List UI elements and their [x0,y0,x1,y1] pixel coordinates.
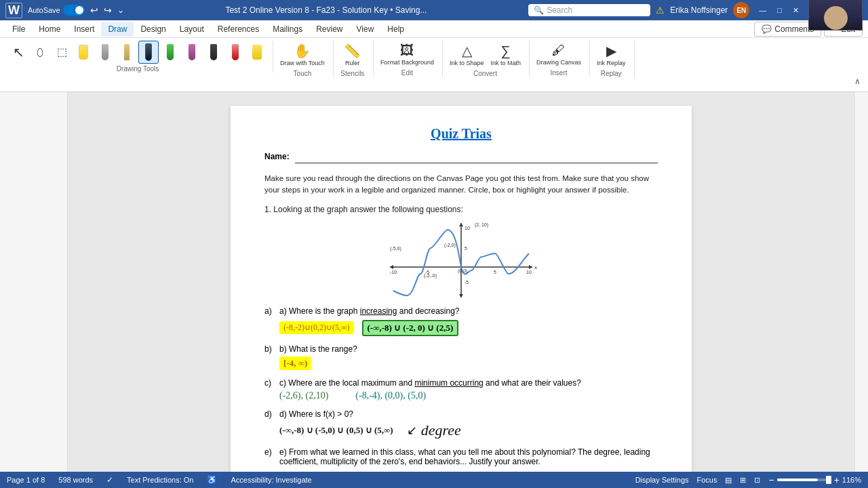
touch-icon: ✋ [294,43,311,59]
menu-review[interactable]: Review [309,22,349,37]
annotation-c1: (-2,6), (2,10) [279,390,328,401]
red-pen-button[interactable] [225,42,245,62]
draw-with-touch-button[interactable]: ✋ Draw with Touch [277,41,328,68]
menu-references[interactable]: References [211,22,266,37]
menu-mailings[interactable]: Mailings [266,22,309,37]
maximize-button[interactable]: □ [773,5,786,16]
svg-text:(-5,0): (-5,0) [390,246,401,251]
ink-to-math-button[interactable]: ∑ Ink to Math [488,41,524,68]
undo-icon[interactable]: ↩ [90,5,98,16]
view-icon-1[interactable]: ▤ [725,476,732,485]
view-icon-3[interactable]: ⊡ [754,476,760,485]
accessibility-status[interactable]: Accessibility: Investigate [231,476,311,484]
sub-e-text: e) From what we learned in this class, w… [279,447,650,466]
document-header: Quiz Trias [264,126,658,142]
zoom-level[interactable]: 116% [842,476,861,484]
annotation-d2: degree [421,422,461,439]
sub-a-text-start: a) Where is the graph [279,306,360,316]
green-pen-button[interactable] [160,42,180,62]
lasso-tool-button[interactable]: ⬯ [30,45,50,60]
titlebar-search-box[interactable]: 🔍 Search [528,4,650,16]
purple-pen-button[interactable] [182,42,202,62]
sub-a-annotations: (-8,-2)∪(0,2)∪(5,∞) (-∞,-8) ∪ (-2, 0) ∪ … [279,320,658,336]
minimize-button[interactable]: — [755,5,770,16]
zoom-out-button[interactable]: − [768,474,774,485]
black-pen-button[interactable] [138,41,159,64]
quick-access-icon[interactable]: ⌄ [117,5,124,15]
red-pen-icon [232,44,239,60]
display-settings[interactable]: Display Settings [635,476,689,484]
page-info: Page 1 of 8 [7,476,45,484]
zoom-in-button[interactable]: + [834,474,840,485]
track-changes-icon: ✓ [106,475,113,485]
menu-view[interactable]: View [350,22,381,37]
pencil-button[interactable] [117,42,137,62]
sub-e-letter: e) [264,447,275,466]
autosave-toggle[interactable] [63,5,85,16]
menu-help[interactable]: Help [380,22,411,37]
drawing-canvas-label: Drawing Canvas [536,59,581,66]
drawing-canvas-button[interactable]: 🖋 Drawing Canvas [534,41,584,68]
ruler-tools: 📏 Ruler [338,41,368,68]
close-button[interactable]: ✕ [789,5,803,16]
menu-draw[interactable]: Draw [101,22,134,37]
svg-text:-5: -5 [465,280,469,285]
sub-question-a: a) a) Where is the graph increasing and … [264,306,658,336]
focus-mode[interactable]: Focus [697,476,717,484]
edit-label: Edit [401,69,413,77]
menu-layout[interactable]: Layout [173,22,211,37]
zoom-slider[interactable] [777,479,831,481]
user-avatar[interactable]: EN [733,2,749,18]
menu-home[interactable]: Home [32,22,67,37]
eraser-icon: ⬚ [57,47,67,58]
ink-replay-button[interactable]: ▶ Ink Replay [594,41,629,68]
replay-label: Replay [601,70,622,77]
warning-icon: ⚠ [656,5,665,16]
format-tools: 🖼 Format Background [378,41,437,68]
select-tool-button[interactable]: ↖ [8,43,28,61]
sub-question-d: d) d) Where is f(x) > 0? (-∞,-8) ∪ (-5,0… [264,409,658,439]
ink-to-shape-button[interactable]: △ Ink to Shape [447,41,487,68]
view-icon-2[interactable]: ⊞ [740,476,746,485]
sub-b-annotation: [-4, ∞) [279,357,658,370]
svg-text:5: 5 [465,246,467,251]
degree-annotation: ↙ degree [407,422,461,439]
touch-tools: ✋ Draw with Touch [277,41,328,68]
redo-icon[interactable]: ↪ [104,5,112,16]
text-predictions[interactable]: Text Predictions: On [127,476,193,484]
document-area: Quiz Trias Name: Make sure you read thro… [68,92,854,472]
webcam-person [809,0,862,30]
yellow-pen-icon [252,45,262,60]
annotation-a2: (-∞,-8) ∪ (-2, 0) ∪ (2,5) [362,320,459,336]
name-line: Name: [264,150,658,163]
svg-marker-2 [529,265,532,269]
dark-pen-icon [210,44,217,60]
draw-with-touch-label: Draw with Touch [280,60,325,66]
sub-b-content: b) What is the range? [-4, ∞) [279,344,658,370]
menu-design[interactable]: Design [134,22,172,37]
ribbon-canvas-group: 🖋 Drawing Canvas Insert [531,41,590,77]
format-background-button[interactable]: 🖼 Format Background [378,41,437,68]
eraser-button[interactable]: ⬚ [52,45,72,60]
word-icon: W [5,3,22,18]
ink-to-shape-label: Ink to Shape [450,60,484,66]
purple-pen-icon [189,44,195,60]
sub-c-letter: c) [264,378,275,401]
menu-file[interactable]: File [5,22,32,37]
dark-pen-button[interactable] [203,42,224,62]
annotation-a1: (-8,-2)∪(0,2)∪(5,∞) [279,321,354,334]
svg-text:(2, 10): (2, 10) [475,222,488,228]
window-controls: — □ ✕ [755,5,803,16]
autosave-control[interactable]: AutoSave [28,5,85,16]
yellow-highlighter-button[interactable] [73,43,94,62]
yellow-pen-button[interactable] [247,43,267,62]
insert-label: Insert [551,69,568,77]
ribbon-ruler-group: 📏 Ruler Stencils [335,41,374,77]
increasing-text: increasing [360,306,397,316]
gray-pen-button[interactable] [95,42,115,62]
ribbon-collapse-button[interactable]: ∧ [852,76,863,87]
ruler-button[interactable]: 📏 Ruler [338,41,368,68]
ribbon-replay-group: ▶ Ink Replay Replay [591,41,635,77]
menu-insert[interactable]: Insert [67,22,101,37]
format-bg-label: Format Background [380,59,434,66]
